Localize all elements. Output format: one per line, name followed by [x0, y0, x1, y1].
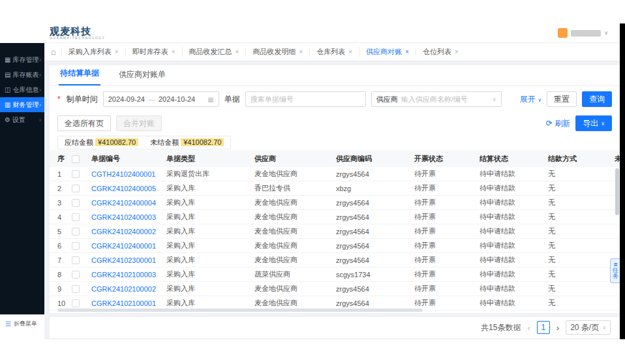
cell-select: [72, 270, 91, 279]
date-from[interactable]: 2024-09-24: [108, 95, 145, 103]
close-icon[interactable]: ×: [299, 48, 303, 55]
doc-number-link[interactable]: CGRK24102400003: [91, 213, 166, 221]
opened-tab[interactable]: 仓库列表 ×: [309, 47, 359, 57]
col-doc-no: 单据编号: [91, 154, 166, 164]
select-all-checkbox[interactable]: [72, 155, 80, 163]
supplier-select[interactable]: 供应商 输入供应商名称/编号 ∨: [371, 91, 502, 107]
close-icon[interactable]: ×: [172, 48, 175, 55]
table-row[interactable]: 5 CGRK24102400002 采购入库 麦金地供应商 zrgys4564 …: [50, 224, 620, 239]
doc-number-link[interactable]: CGRK24102400001: [91, 242, 166, 250]
sidebar-item[interactable]: ⚙ 设置: [0, 112, 44, 127]
content-tab[interactable]: 待结算单据: [59, 68, 100, 85]
col-unsettled-amount: 未结金额: [615, 154, 620, 164]
cell-settle-status: 待申请结款: [480, 212, 548, 222]
doc-number-link[interactable]: CGRK24102300001: [91, 256, 166, 264]
current-page[interactable]: 1: [537, 321, 550, 334]
sidebar-item[interactable]: ▥ 财务管理: [0, 97, 44, 112]
export-button[interactable]: 导出 ∨: [575, 115, 612, 131]
cell-payment-method: 无: [548, 269, 615, 279]
row-checkbox[interactable]: [72, 256, 80, 264]
opened-tab[interactable]: 即时库存表 ×: [125, 47, 182, 57]
row-checkbox[interactable]: [72, 285, 80, 293]
row-checkbox[interactable]: [72, 228, 80, 235]
close-icon[interactable]: ×: [455, 48, 459, 55]
doc-number-link[interactable]: CGTH24102400001: [91, 170, 166, 178]
table-header-row: 序 单据编号 单据类型 供应商 供应商编码 开票状态 结算状态 结款方式 未结金…: [50, 150, 620, 167]
opened-tab[interactable]: 供应商对账 ×: [359, 47, 416, 57]
select-all-pages-button[interactable]: 全选所有页: [57, 115, 111, 131]
collapse-menu-button[interactable]: ☰ 折叠菜单: [0, 314, 44, 339]
cell-invoice-status: 待开票: [414, 255, 480, 265]
table-row[interactable]: 3 CGRK24102400004 采购入库 麦金地供应商 zrgys4564 …: [50, 196, 620, 210]
vertical-scrollbar[interactable]: [615, 168, 619, 305]
doc-search-box[interactable]: [245, 91, 366, 107]
table-row[interactable]: 9 CGRK24102100002 采购入库 麦金地供应商 zrgys4564 …: [50, 282, 620, 296]
doc-number-link[interactable]: CGRK24102400002: [91, 228, 166, 235]
table-row[interactable]: 1 CGTH24102400001 采购退货出库 麦金地供应商 zrgys456…: [50, 167, 620, 181]
cell-supplier: 麦金地供应商: [254, 169, 336, 179]
horizontal-scrollbar[interactable]: [57, 309, 423, 312]
scrollbar-thumb[interactable]: [615, 168, 619, 215]
cell-supplier-code: zrgys4564: [336, 213, 414, 221]
row-checkbox[interactable]: [72, 299, 80, 307]
close-icon[interactable]: ×: [405, 48, 409, 55]
close-icon[interactable]: ×: [115, 48, 119, 55]
cell-settle-status: 待申请结款: [480, 298, 548, 308]
table-row[interactable]: 4 CGRK24102400003 采购入库 麦金地供应商 zrgys4564 …: [50, 210, 620, 224]
page-size-select[interactable]: 20 条/页 ∨: [566, 320, 611, 335]
expand-filters-link[interactable]: 展开 ∨: [520, 94, 541, 105]
collapse-icon: ☰: [5, 320, 11, 327]
cell-supplier-code: zrgys4564: [336, 285, 414, 293]
chevron-down-icon[interactable]: ∨: [604, 30, 608, 36]
row-checkbox[interactable]: [72, 242, 80, 250]
row-checkbox[interactable]: [72, 199, 80, 207]
doc-number-link[interactable]: CGRK24102100003: [91, 271, 166, 279]
refresh-link[interactable]: ⟳ 刷新: [546, 118, 570, 129]
collapse-label: 折叠菜单: [14, 320, 37, 328]
doc-number-link[interactable]: CGRK24102100002: [91, 285, 166, 293]
sidebar-item[interactable]: ◫ 仓库信息: [0, 82, 44, 97]
opened-tab[interactable]: 采购入库列表 ×: [61, 47, 125, 57]
close-icon[interactable]: ×: [348, 48, 352, 55]
table-row[interactable]: 8 CGRK24102100003 采购入库 蔬菜供应商 scgys1734 待…: [50, 267, 620, 282]
doc-number-link[interactable]: CGRK24102400005: [91, 185, 166, 192]
filter-bar: * 制单时间 2024-09-24 — 2024-10-24 ▦ 单据 供应商 …: [50, 86, 620, 112]
opened-tab[interactable]: 商品收发汇总 ×: [182, 47, 246, 57]
row-checkbox[interactable]: [72, 170, 80, 178]
date-range-picker[interactable]: 2024-09-24 — 2024-10-24 ▦: [103, 91, 219, 107]
cell-doc-type: 采购入库: [166, 269, 254, 279]
doc-search-input[interactable]: [251, 95, 361, 103]
content-tab[interactable]: 供应商对账单: [117, 69, 167, 85]
task-panel-tab[interactable]: ≣ 任务: [610, 258, 620, 283]
user-menu[interactable]: ∨: [558, 28, 608, 38]
next-page-icon[interactable]: ›: [556, 323, 559, 333]
table-row[interactable]: 6 CGRK24102400001 采购入库 麦金地供应商 zrgys4564 …: [50, 239, 620, 253]
sidebar-item[interactable]: ▦ 库存管理: [0, 52, 44, 67]
cell-invoice-status: 待开票: [414, 198, 480, 207]
row-checkbox[interactable]: [72, 213, 80, 221]
cell-index: 8: [57, 271, 72, 279]
row-checkbox[interactable]: [72, 185, 80, 192]
home-icon[interactable]: ⌂: [51, 47, 56, 57]
chevron-down-icon[interactable]: ∨: [493, 97, 496, 102]
search-button[interactable]: 查询: [582, 91, 612, 107]
opened-tab[interactable]: 商品收发明细 ×: [245, 47, 309, 57]
date-to[interactable]: 2024-10-24: [159, 95, 195, 103]
prev-page-icon[interactable]: ‹: [527, 323, 530, 333]
sidebar-item-icon: ▦: [5, 56, 10, 63]
cell-supplier-code: xbzg: [336, 185, 414, 192]
opened-tab-label: 商品收发汇总: [189, 47, 232, 57]
doc-number-link[interactable]: CGRK24102400004: [91, 199, 166, 207]
close-icon[interactable]: ×: [236, 48, 239, 55]
reset-button[interactable]: 重置: [547, 91, 577, 107]
sidebar-item[interactable]: ▤ 库存账表: [0, 67, 44, 82]
row-checkbox[interactable]: [72, 271, 80, 279]
avatar[interactable]: [558, 28, 568, 38]
opened-tabs-bar: ⌂ 采购入库列表 × 即时库存表 × 商品收发汇总 × 商品收发明细 × 仓库列…: [44, 43, 620, 61]
calendar-icon[interactable]: ▦: [207, 96, 213, 103]
table-row[interactable]: 2 CGRK24102400005 采购入库 香巴拉专供 xbzg 待开票 待申…: [50, 181, 620, 196]
cell-supplier-code: scgys1734: [336, 271, 414, 279]
doc-number-link[interactable]: CGRK24102100001: [91, 299, 166, 307]
opened-tab[interactable]: 仓位列表 ×: [416, 47, 465, 57]
table-row[interactable]: 7 CGRK24102300001 采购入库 麦金地供应商 zrgys4564 …: [50, 253, 620, 267]
